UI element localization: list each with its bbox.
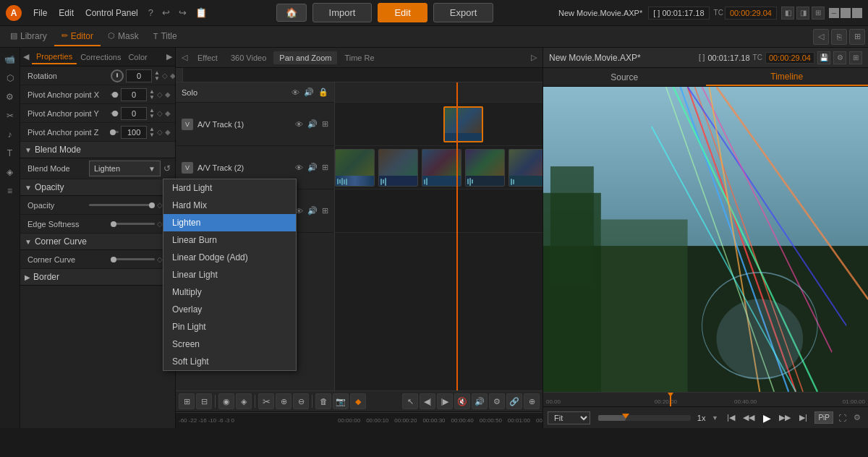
pivot-x-reset[interactable]: ◆ [165, 90, 171, 98]
tl-clips[interactable]: ⊟ [196, 393, 212, 409]
timeline-tab-effect[interactable]: Effect [192, 51, 224, 64]
solo-lock[interactable]: 🔒 [318, 87, 328, 97]
dropdown-item-linear-light[interactable]: Linear Light [163, 266, 296, 283]
timeline-tab-next[interactable]: ▷ [528, 53, 540, 62]
transport-next[interactable]: ▶▶ [777, 410, 793, 426]
timeline-tab-timere[interactable]: Time Re [339, 51, 380, 64]
transport-play[interactable]: ▶ [759, 410, 775, 426]
undo-icon[interactable]: ↩ [158, 6, 174, 20]
pivot-y-down[interactable]: ▼ [149, 114, 155, 119]
av2-clip-3[interactable] [422, 149, 461, 187]
pivot-y-keyframe[interactable]: ◇ [157, 109, 163, 117]
left-icon-audio[interactable]: ♪ [1, 126, 19, 143]
av2-visibility[interactable]: 👁 [295, 163, 303, 172]
dropdown-item-linear-burn[interactable]: Linear Burn [163, 231, 296, 249]
tl-monitor[interactable]: ◈ [236, 393, 252, 409]
menu-edit[interactable]: Edit [53, 7, 80, 20]
left-icon-cut[interactable]: ✂ [1, 107, 19, 124]
fit-dropdown[interactable]: Fit 25% 50% 100% [548, 411, 590, 424]
blend-mode-section[interactable]: ▼ Blend Mode [20, 142, 175, 158]
tab-tool-grid[interactable]: ⊞ [849, 29, 865, 45]
tab-mask[interactable]: ⬡ Mask [101, 27, 146, 46]
av2-audio[interactable]: 🔊 [307, 163, 318, 172]
tab-title[interactable]: T Title [146, 27, 184, 46]
help-icon[interactable]: ? [144, 6, 158, 20]
dropdown-item-overlay[interactable]: Overlay [163, 301, 296, 318]
av1-visibility[interactable]: 👁 [295, 120, 303, 129]
transport-prev[interactable]: ◀◀ [741, 410, 757, 426]
dropdown-item-screen[interactable]: Screen [163, 336, 296, 353]
maximize-button[interactable] [841, 8, 851, 18]
rotation-down[interactable]: ▼ [154, 76, 160, 82]
edit-button[interactable]: Edit [378, 3, 427, 22]
tl-snapshot[interactable]: 📷 [333, 393, 349, 409]
av3-audio[interactable]: 🔊 [307, 206, 318, 215]
tl-next-mark[interactable]: |▶ [437, 393, 453, 409]
preview-tab-source[interactable]: Source [543, 69, 706, 85]
pip-button[interactable]: PiP [814, 411, 833, 424]
dropdown-item-lighten[interactable]: Lighten [163, 214, 296, 231]
timeline-tab-prev[interactable]: ◁ [179, 53, 190, 62]
transport-skip-end[interactable]: ▶| [795, 410, 811, 426]
tl-marker[interactable]: ◆ [350, 393, 366, 409]
dropdown-item-linear-dodge[interactable]: Linear Dodge (Add) [163, 249, 296, 266]
tab-library[interactable]: ▤ Library [3, 27, 54, 46]
solo-icon[interactable]: 👁 [292, 88, 299, 97]
blend-mode-reset-btn[interactable]: ↺ [163, 163, 171, 174]
left-icon-media[interactable]: 📹 [1, 51, 19, 68]
tl-mute[interactable]: 🔇 [454, 393, 470, 409]
left-icon-text[interactable]: T [1, 145, 19, 162]
av2-lock[interactable]: ⊞ [322, 163, 328, 172]
home-button[interactable]: 🏠 [276, 4, 307, 22]
notes-icon[interactable]: 📋 [191, 6, 211, 20]
rotation-reset[interactable]: ◆ [170, 72, 175, 80]
zoom-dropdown-arrow[interactable]: ▼ [709, 412, 720, 424]
pivot-z-reset[interactable]: ◆ [165, 128, 171, 136]
tl-select[interactable]: ↖ [402, 393, 418, 409]
corner-curve-keyframe[interactable]: ◇ [157, 255, 163, 263]
tl-add-track[interactable]: ⊞ [179, 393, 195, 409]
rph-grid[interactable]: ⊞ [849, 51, 862, 64]
prop-tab-next[interactable]: ▶ [163, 51, 175, 63]
minimize-button[interactable]: ─ [829, 8, 839, 18]
pivot-z-down[interactable]: ▼ [149, 132, 155, 138]
av2-clip-5[interactable] [509, 149, 542, 187]
pivot-y-reset[interactable]: ◆ [165, 109, 171, 117]
rotation-dial[interactable] [111, 69, 124, 82]
left-icon-list[interactable]: ≡ [1, 182, 19, 200]
av1-clip-1[interactable] [443, 106, 483, 142]
av2-clip-2[interactable] [378, 149, 418, 187]
left-icon-effects[interactable]: ⚙ [1, 88, 19, 106]
tab-tool-arrow[interactable]: ◁ [813, 29, 829, 45]
edge-softness-keyframe[interactable]: ◇ [157, 220, 163, 228]
blend-mode-select[interactable]: Lighten ▼ [89, 161, 161, 176]
tl-delete[interactable]: 🗑 [315, 393, 331, 409]
export-button[interactable]: Export [433, 3, 494, 22]
corner-curve-section[interactable]: ▼ Corner Curve [20, 234, 175, 250]
dropdown-item-soft-light[interactable]: Soft Light [163, 353, 296, 370]
av2-clip-4[interactable] [465, 149, 505, 187]
left-icon-layers[interactable]: ◈ [1, 163, 19, 181]
av1-lock[interactable]: ⊞ [322, 119, 328, 129]
av3-lock[interactable]: ⊞ [322, 206, 328, 215]
tl-group[interactable]: ⊕ [276, 393, 292, 409]
tl-record[interactable]: ◉ [218, 393, 234, 409]
av1-audio[interactable]: 🔊 [307, 119, 318, 129]
preview-tab-timeline[interactable]: Timeline [706, 69, 869, 86]
panel-icon-3[interactable]: ⊞ [812, 7, 825, 20]
av2-clip-1[interactable] [335, 149, 375, 187]
panel-icon-1[interactable]: ◧ [781, 7, 794, 20]
close-button[interactable] [852, 8, 862, 18]
dropdown-item-hard-light[interactable]: Hard Light [163, 179, 296, 197]
prop-tab-color[interactable]: Color [124, 51, 150, 64]
timeline-tab-panzoom[interactable]: Pan and Zoom [273, 51, 337, 64]
menu-file[interactable]: File [27, 7, 53, 20]
tab-editor[interactable]: ✏ Editor [54, 27, 101, 46]
settings-icon[interactable]: ⚙ [851, 411, 864, 424]
tl-cut[interactable]: ✂ [258, 393, 274, 409]
tl-vol-up[interactable]: 🔊 [472, 393, 488, 409]
border-section[interactable]: ▶ Border [20, 269, 175, 286]
tab-tool-copy[interactable]: ⎘ [831, 29, 847, 45]
opacity-keyframe[interactable]: ◇ [157, 201, 163, 209]
rph-save[interactable]: 💾 [817, 51, 830, 64]
